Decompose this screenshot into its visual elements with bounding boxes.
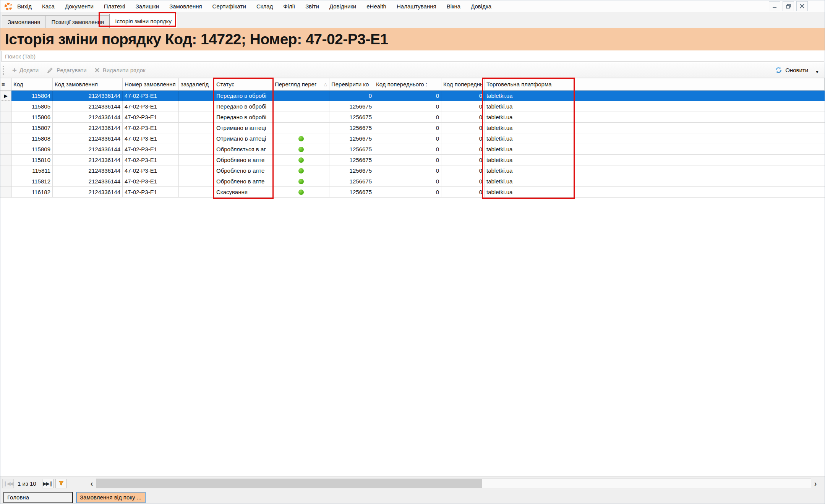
doc-tab-2[interactable]: Позиції замовлення xyxy=(45,15,109,28)
column-header-1[interactable]: Код xyxy=(11,78,53,91)
cell-kod[interactable]: 115807 xyxy=(11,123,53,133)
menu-item-6[interactable]: Замовлення xyxy=(169,3,202,10)
cell-dot[interactable] xyxy=(273,165,329,176)
cell-kod_pop1[interactable]: 0 xyxy=(374,133,441,144)
column-header-9[interactable]: Код попереднь xyxy=(441,78,485,91)
cell-kod_zam[interactable]: 2124336144 xyxy=(53,123,123,133)
filter-button[interactable] xyxy=(55,479,67,488)
cell-dot[interactable] xyxy=(273,187,329,198)
column-chooser-icon[interactable]: ≡ xyxy=(0,78,11,91)
cell-kod_zam[interactable]: 2124336144 xyxy=(53,91,123,101)
cell-kod_pop2[interactable]: 0 xyxy=(441,112,485,123)
cell-kod[interactable]: 115811 xyxy=(11,165,53,176)
cell-zazdalegid[interactable] xyxy=(179,144,214,155)
cell-platforma[interactable]: tabletki.ua xyxy=(485,165,574,176)
cell-nomer[interactable]: 47-02-Р3-Е1 xyxy=(123,176,179,187)
cell-kod_zam[interactable]: 2124336144 xyxy=(53,165,123,176)
menu-item-13[interactable]: Налаштування xyxy=(397,3,436,10)
menu-item-3[interactable]: Документи xyxy=(65,3,94,10)
cell-nomer[interactable]: 47-02-Р3-Е1 xyxy=(123,187,179,198)
cell-kod_zam[interactable]: 2124336144 xyxy=(53,176,123,187)
refresh-button[interactable]: Оновити xyxy=(771,65,812,76)
cell-kod_pop1[interactable]: 0 xyxy=(374,112,441,123)
cell-kod_pop2[interactable]: 0 xyxy=(441,91,485,101)
horizontal-scrollbar[interactable]: ‹ › xyxy=(88,478,820,488)
cell-kod_pop2[interactable]: 0 xyxy=(441,155,485,165)
cell-dot[interactable] xyxy=(273,155,329,165)
cell-kod_pop2[interactable]: 0 xyxy=(441,101,485,112)
cell-kod[interactable]: 115804 xyxy=(11,91,53,101)
scrollbar-thumb[interactable] xyxy=(96,479,482,488)
cell-platforma[interactable]: tabletki.ua xyxy=(485,91,574,101)
column-header-2[interactable]: Код замовлення xyxy=(53,78,123,91)
table-row[interactable]: 115810212433614447-02-Р3-Е1Оброблено в а… xyxy=(0,155,825,165)
cell-status[interactable]: Оброблено в апте xyxy=(214,176,273,187)
cell-perevirity[interactable]: 1256675 xyxy=(329,187,374,198)
cell-platforma[interactable]: tabletki.ua xyxy=(485,101,574,112)
scroll-left-icon[interactable]: ‹ xyxy=(88,478,96,488)
cell-zazdalegid[interactable] xyxy=(179,123,214,133)
menu-item-12[interactable]: eHealth xyxy=(366,3,386,10)
menu-item-4[interactable]: Платежі xyxy=(104,3,125,10)
restore-button[interactable] xyxy=(783,1,794,11)
cell-kod_pop2[interactable]: 0 xyxy=(441,165,485,176)
table-row[interactable]: 116182212433614447-02-Р3-Е1Скасування125… xyxy=(0,187,825,198)
cell-kod_zam[interactable]: 2124336144 xyxy=(53,155,123,165)
table-row[interactable]: 115808212433614447-02-Р3-Е1Отримано в ап… xyxy=(0,133,825,144)
cell-platforma[interactable]: tabletki.ua xyxy=(485,123,574,133)
cell-kod_zam[interactable]: 2124336144 xyxy=(53,187,123,198)
cell-kod_pop1[interactable]: 0 xyxy=(374,176,441,187)
column-header-8[interactable]: Код попереднього : xyxy=(374,78,441,91)
cell-kod_zam[interactable]: 2124336144 xyxy=(53,133,123,144)
cell-dot[interactable] xyxy=(273,144,329,155)
cell-zazdalegid[interactable] xyxy=(179,155,214,165)
column-header-3[interactable]: Номер замовлення xyxy=(123,78,179,91)
cell-kod[interactable]: 115809 xyxy=(11,144,53,155)
cell-nomer[interactable]: 47-02-Р3-Е1 xyxy=(123,123,179,133)
cell-perevirity[interactable]: 1256675 xyxy=(329,144,374,155)
cell-kod[interactable]: 115808 xyxy=(11,133,53,144)
table-row[interactable]: 115812212433614447-02-Р3-Е1Оброблено в а… xyxy=(0,176,825,187)
cell-status[interactable]: Оброблено в апте xyxy=(214,165,273,176)
cell-perevirity[interactable]: 0 xyxy=(329,91,374,101)
cell-zazdalegid[interactable] xyxy=(179,176,214,187)
column-header-6[interactable]: Перегляд перег△ xyxy=(273,78,329,91)
cell-zazdalegid[interactable] xyxy=(179,101,214,112)
cell-platforma[interactable]: tabletki.ua xyxy=(485,133,574,144)
cell-platforma[interactable]: tabletki.ua xyxy=(485,176,574,187)
cell-dot[interactable] xyxy=(273,133,329,144)
cell-perevirity[interactable]: 1256675 xyxy=(329,165,374,176)
menu-item-15[interactable]: Довідка xyxy=(471,3,491,10)
last-record-button[interactable]: ▶▶❙ xyxy=(42,479,53,488)
cell-status[interactable]: Отримано в аптеці xyxy=(214,123,273,133)
table-row[interactable]: 115809212433614447-02-Р3-Е1Обробляється … xyxy=(0,144,825,155)
menu-item-5[interactable]: Залишки xyxy=(136,3,159,10)
cell-dot[interactable] xyxy=(273,91,329,101)
cell-perevirity[interactable]: 1256675 xyxy=(329,133,374,144)
cell-perevirity[interactable]: 1256675 xyxy=(329,155,374,165)
menu-item-8[interactable]: Склад xyxy=(256,3,273,10)
cell-kod_zam[interactable]: 2124336144 xyxy=(53,101,123,112)
scroll-right-icon[interactable]: › xyxy=(811,478,820,488)
cell-platforma[interactable]: tabletki.ua xyxy=(485,112,574,123)
menu-item-10[interactable]: Звіти xyxy=(305,3,319,10)
menu-item-14[interactable]: Вікна xyxy=(447,3,461,10)
bottom-tab-1[interactable]: Головна xyxy=(3,492,73,503)
table-row[interactable]: ▶115804212433614447-02-Р3-Е1Передано в о… xyxy=(0,91,825,101)
cell-dot[interactable] xyxy=(273,123,329,133)
cell-kod_zam[interactable]: 2124336144 xyxy=(53,112,123,123)
cell-nomer[interactable]: 47-02-Р3-Е1 xyxy=(123,101,179,112)
menu-item-1[interactable]: Вихід xyxy=(17,3,32,10)
cell-dot[interactable] xyxy=(273,176,329,187)
cell-zazdalegid[interactable] xyxy=(179,133,214,144)
cell-zazdalegid[interactable] xyxy=(179,91,214,101)
cell-kod[interactable]: 115810 xyxy=(11,155,53,165)
cell-kod_pop2[interactable]: 0 xyxy=(441,144,485,155)
minimize-button[interactable] xyxy=(769,1,780,11)
cell-status[interactable]: Обробляється в аг xyxy=(214,144,273,155)
add-button[interactable]: + Додати xyxy=(8,65,42,76)
close-button[interactable] xyxy=(796,1,808,11)
cell-nomer[interactable]: 47-02-Р3-Е1 xyxy=(123,144,179,155)
cell-zazdalegid[interactable] xyxy=(179,187,214,198)
refresh-dropdown-arrow-icon[interactable]: ▼ xyxy=(815,66,819,74)
